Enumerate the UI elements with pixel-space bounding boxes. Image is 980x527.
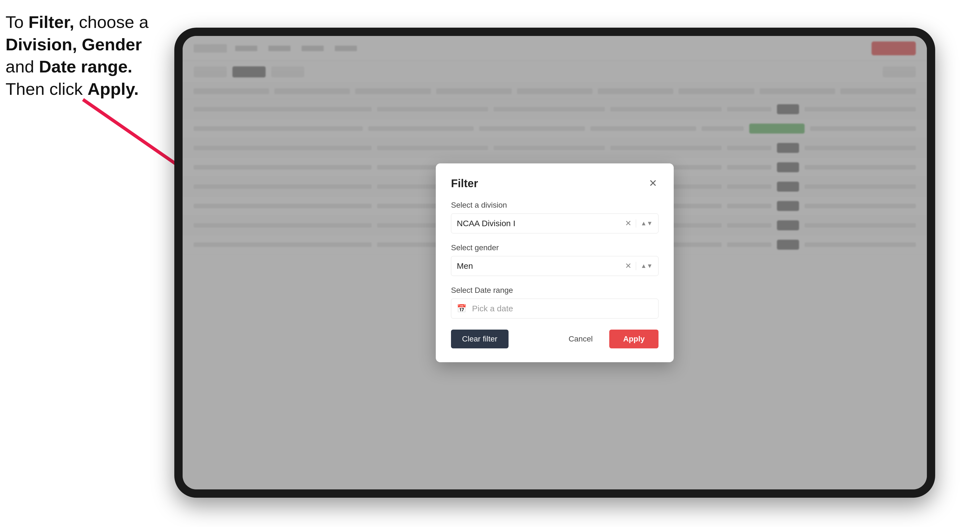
gender-clear-icon[interactable]: ✕ bbox=[625, 261, 632, 270]
modal-title: Filter bbox=[451, 177, 478, 190]
filter-modal: Filter ✕ Select a division NCAA Division… bbox=[436, 163, 674, 362]
tablet-frame: Filter ✕ Select a division NCAA Division… bbox=[174, 28, 935, 498]
division-label: Select a division bbox=[451, 201, 659, 210]
instruction-line1: To Filter, choose a bbox=[6, 13, 149, 32]
date-label: Select Date range bbox=[451, 286, 659, 295]
close-button[interactable]: ✕ bbox=[648, 178, 659, 189]
gender-value: Men bbox=[457, 261, 625, 271]
division-arrow-icon: ▲▼ bbox=[641, 220, 653, 227]
modal-header: Filter ✕ bbox=[451, 177, 659, 190]
date-group: Select Date range 📅 Pick a date bbox=[451, 286, 659, 319]
instruction-line2: Division, Gender bbox=[6, 35, 142, 54]
select-divider bbox=[636, 219, 636, 227]
division-clear-icon[interactable]: ✕ bbox=[625, 219, 632, 228]
modal-footer: Clear filter Cancel Apply bbox=[451, 330, 659, 348]
division-controls: ✕ ▲▼ bbox=[625, 219, 653, 228]
instruction-line4: Then click Apply. bbox=[6, 79, 138, 98]
gender-controls: ✕ ▲▼ bbox=[625, 261, 653, 270]
division-value: NCAA Division I bbox=[457, 219, 625, 228]
gender-arrow-icon: ▲▼ bbox=[641, 262, 653, 270]
cancel-button[interactable]: Cancel bbox=[557, 330, 604, 348]
instruction-line3: and Date range. bbox=[6, 57, 132, 76]
division-select[interactable]: NCAA Division I ✕ ▲▼ bbox=[451, 213, 659, 233]
instruction-text: To Filter, choose a Division, Gender and… bbox=[6, 11, 161, 100]
gender-select-divider bbox=[636, 262, 636, 270]
tablet-screen: Filter ✕ Select a division NCAA Division… bbox=[183, 36, 927, 489]
calendar-icon: 📅 bbox=[457, 304, 466, 313]
gender-group: Select gender Men ✕ ▲▼ bbox=[451, 243, 659, 276]
date-input[interactable]: 📅 Pick a date bbox=[451, 298, 659, 319]
division-group: Select a division NCAA Division I ✕ ▲▼ bbox=[451, 201, 659, 233]
date-placeholder: Pick a date bbox=[472, 304, 513, 313]
clear-filter-button[interactable]: Clear filter bbox=[451, 330, 509, 348]
gender-label: Select gender bbox=[451, 243, 659, 252]
apply-button[interactable]: Apply bbox=[609, 330, 659, 348]
gender-select[interactable]: Men ✕ ▲▼ bbox=[451, 256, 659, 276]
modal-overlay[interactable]: Filter ✕ Select a division NCAA Division… bbox=[183, 36, 927, 489]
